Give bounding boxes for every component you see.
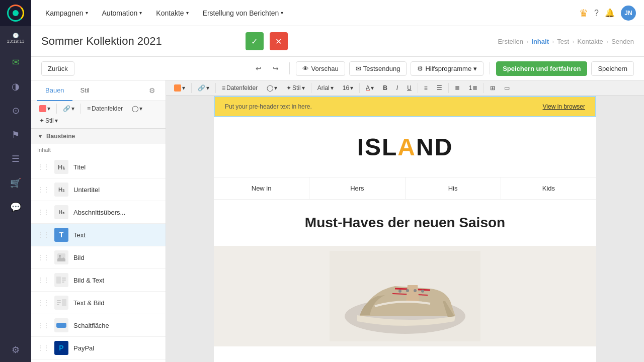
save-button[interactable]: Speichern	[591, 61, 634, 76]
nav-icons: ♛ ? 🔔 JN	[579, 6, 636, 21]
hero-image-section[interactable]	[214, 246, 596, 346]
block-item-abschnitt[interactable]: ⋮⋮ H₃ Abschnittsübers...	[31, 201, 166, 224]
nav-item-automation[interactable]: Automation ▾	[96, 6, 148, 20]
text-icon: T	[54, 228, 68, 242]
editor-area: Bauen Stil ⚙ ▾ 🔗 ▾	[31, 80, 644, 362]
datafields-icon: ≡	[87, 105, 91, 112]
canvas-format-toolbar: ▾ 🔗 ▾ ≡ Datenfelder ◯ ▾ ✦ Sti	[166, 80, 644, 96]
shoe-illustration	[330, 251, 480, 341]
sidebar-item-settings[interactable]: ⚙	[0, 338, 31, 362]
fmt-style-btn[interactable]: ✦ Stil ▾	[35, 115, 62, 126]
sidebar-item-chat[interactable]: 💬	[0, 195, 31, 219]
drag-handle: ⋮⋮	[37, 322, 49, 329]
block-item-text-bild[interactable]: ⋮⋮ Text & Bild	[31, 292, 166, 314]
bell-icon[interactable]: 🔔	[605, 8, 615, 18]
nav-menu-his[interactable]: His	[406, 177, 501, 199]
preview-button[interactable]: 👁 Vorschau	[296, 61, 345, 76]
block-item-text[interactable]: ⋮⋮ T Text	[31, 224, 166, 246]
svg-point-1	[59, 255, 61, 257]
nav-menu-new-in[interactable]: New in	[214, 177, 309, 199]
block-item-untertitel[interactable]: ⋮⋮ H₂ Untertitel	[31, 178, 166, 201]
page-title: Sommer Kollektion 2021	[41, 35, 239, 48]
undo-button[interactable]: ↩	[251, 61, 266, 76]
block-label-text-bild: Text & Bild	[73, 299, 104, 307]
block-item-bild[interactable]: ⋮⋮ Bild	[31, 246, 166, 269]
email-icon: ✉	[12, 57, 20, 68]
table-btn[interactable]: ⊞	[486, 82, 499, 94]
nav-menu-hers[interactable]: Hers	[309, 177, 405, 199]
hero-title-section[interactable]: Must-Haves der neuen Saison	[214, 200, 596, 246]
sidebar-item-inbox[interactable]: ☰	[0, 147, 31, 171]
email-canvas: Put your pre-header text in here. View i…	[214, 96, 596, 362]
block-item-paypal[interactable]: ⋮⋮ P PayPal	[31, 337, 166, 359]
chat-icon: 💬	[10, 202, 21, 213]
fmt-shape-btn[interactable]: ◯ ▾	[128, 103, 146, 114]
nav-menu-kids[interactable]: Kids	[501, 177, 596, 199]
bold-btn[interactable]: B	[379, 82, 391, 94]
sidebar-item-analytics[interactable]: ◑	[0, 74, 31, 99]
underline-btn[interactable]: U	[403, 82, 416, 94]
brush-icon: ✦	[39, 117, 44, 124]
panel-tab-bauen[interactable]: Bauen	[37, 80, 72, 101]
redo-button[interactable]: ↪	[268, 61, 283, 76]
text-color-btn[interactable]: A ▾	[362, 82, 378, 94]
svg-rect-5	[62, 282, 64, 283]
svg-point-16	[406, 289, 409, 292]
svg-point-17	[414, 289, 417, 292]
align-center-btn[interactable]: ☰	[433, 82, 446, 94]
canvas-style-btn[interactable]: ✦ Stil ▾	[282, 82, 309, 94]
test-send-button[interactable]: ✉ Testsendung	[349, 61, 407, 76]
shape-icon: ◯	[132, 105, 138, 112]
bausteine-section[interactable]: ▼ Bausteine	[31, 129, 166, 144]
nav-item-kontakte[interactable]: Kontakte ▾	[150, 6, 194, 20]
pre-header-section[interactable]: Put your pre-header text in here. View i…	[214, 96, 596, 117]
main-content: Kampagnen ▾ Automation ▾ Kontakte ▾ Erst…	[31, 0, 644, 362]
link-icon2: 🔗	[198, 84, 205, 92]
italic-btn[interactable]: I	[392, 82, 402, 94]
sidebar-item-cart[interactable]: 🛒	[0, 171, 31, 195]
list-btn[interactable]: ≣	[451, 82, 464, 94]
canvas-datafields-btn[interactable]: ≡ Datenfelder	[218, 82, 262, 94]
fmt-link-btn[interactable]: 🔗 ▾	[59, 103, 78, 114]
list-num-btn[interactable]: 1≣	[465, 82, 481, 94]
block-item-video[interactable]: ⋮⋮ ▶ Video	[31, 359, 166, 362]
panel-settings-icon[interactable]: ⚙	[145, 82, 159, 99]
canvas-link-btn[interactable]: 🔗 ▾	[194, 82, 213, 94]
list-icon: ≣	[455, 84, 460, 92]
block-icon: ▭	[504, 84, 510, 92]
font-size-btn[interactable]: 16 ▾	[339, 82, 357, 94]
sidebar-item-flag[interactable]: ⚑	[0, 123, 31, 147]
block-item-schaltflaeche[interactable]: ⋮⋮ Schaltfläche	[31, 314, 166, 337]
cancel-button[interactable]: ✕	[270, 32, 288, 50]
fmt-datafields-btn[interactable]: ≡ Datenfelder	[83, 103, 127, 114]
crown-icon[interactable]: ♛	[579, 7, 588, 19]
panel-tab-stil[interactable]: Stil	[72, 80, 98, 101]
align-left-icon: ≡	[424, 84, 428, 92]
back-button[interactable]: Zurück	[41, 61, 74, 76]
svg-rect-10	[56, 323, 66, 328]
canvas-color-btn[interactable]: ▾	[170, 82, 189, 94]
left-panel: Bauen Stil ⚙ ▾ 🔗 ▾	[31, 80, 166, 362]
fmt-color-btn[interactable]: ▾	[35, 103, 54, 114]
align-left-btn[interactable]: ≡	[420, 82, 432, 94]
block-btn[interactable]: ▭	[500, 82, 514, 94]
sidebar-item-camera[interactable]: ⊙	[0, 99, 31, 123]
canvas-area: ▾ 🔗 ▾ ≡ Datenfelder ◯ ▾ ✦ Sti	[166, 80, 644, 362]
confirm-button[interactable]: ✓	[246, 32, 264, 50]
help-icon[interactable]: ?	[594, 9, 599, 18]
logo-circle	[7, 5, 24, 22]
block-item-bild-text[interactable]: ⋮⋮ Bild & Text	[31, 269, 166, 292]
drag-handle: ⋮⋮	[37, 209, 49, 216]
sidebar-item-email[interactable]: ✉	[0, 50, 31, 74]
help-program-button[interactable]: ⚙ Hilfsprogramme ▾	[411, 61, 484, 76]
view-browser-link[interactable]: View in browser	[543, 103, 585, 110]
logo-section[interactable]: ISLAND	[214, 117, 596, 177]
collapse-arrow: ▼	[37, 133, 43, 140]
nav-item-kampagnen[interactable]: Kampagnen ▾	[39, 6, 94, 20]
canvas-shape-btn[interactable]: ◯ ▾	[263, 82, 281, 94]
nav-item-berichten[interactable]: Erstellung von Berichten ▾	[197, 6, 290, 20]
user-avatar[interactable]: JN	[621, 6, 636, 21]
block-item-titel[interactable]: ⋮⋮ H₁ Titel	[31, 156, 166, 178]
save-continue-button[interactable]: Speichern und fortfahren	[496, 61, 587, 76]
font-btn[interactable]: Arial ▾	[313, 82, 338, 94]
